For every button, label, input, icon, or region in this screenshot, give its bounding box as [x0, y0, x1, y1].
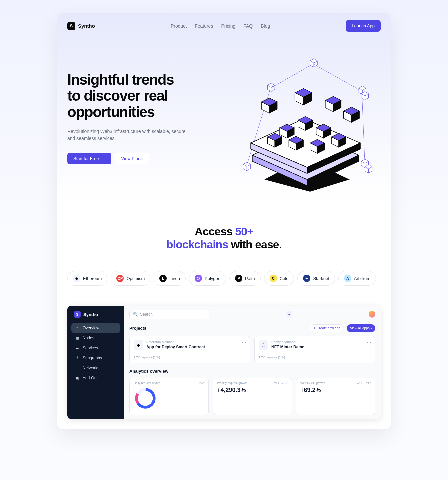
- analytics-period: 7/11 - 7/17: [273, 381, 288, 385]
- projects-title: Projects: [129, 326, 146, 331]
- analytics-label: Daily request health: [134, 381, 160, 385]
- view-plans-button[interactable]: View Plans: [115, 153, 149, 164]
- project-card[interactable]: ⋯ ◆ Ethereum Mainnet App for Deploy Smar…: [129, 336, 250, 363]
- analytics-value: +4,290.3%: [217, 387, 288, 394]
- analytics-value: +69.2%: [300, 387, 371, 394]
- analytics-period: 7/11 - 7/17: [357, 381, 371, 385]
- project-menu-icon[interactable]: ⋯: [242, 340, 247, 345]
- nodes-icon: ▦: [75, 336, 79, 340]
- hero-illustration: [227, 52, 381, 192]
- access-accent-word: blockchains: [166, 238, 228, 251]
- blockchain-chip[interactable]: AArbitrum: [338, 271, 376, 286]
- addons-icon: ▣: [75, 376, 79, 380]
- access-title: Access 50+ blockchains with ease.: [67, 225, 381, 251]
- search-icon: 🔍: [133, 312, 138, 317]
- view-all-label: View all apps: [350, 326, 370, 330]
- project-card[interactable]: ⋯ ⬡ Polygon Mumbai NFT Minter Demo 1.7K …: [254, 336, 375, 363]
- user-avatar[interactable]: [369, 311, 375, 318]
- hero-title-line: Insightful trends: [67, 71, 174, 88]
- sidebar-item-overview[interactable]: ⌂ Overview: [71, 323, 120, 333]
- blockchain-chip[interactable]: LLinea: [154, 271, 186, 286]
- blockchain-chip[interactable]: PPalm: [229, 271, 261, 286]
- dashboard-logo-icon: S: [74, 311, 81, 318]
- svg-line-0: [271, 64, 313, 88]
- polygon-icon: ⬡: [259, 340, 268, 350]
- blockchain-chip[interactable]: CCelo: [264, 271, 294, 286]
- dashboard-main: 🔍 Search ✦ Projects + Create new app: [124, 306, 381, 419]
- ethereum-icon: ◆: [134, 340, 143, 350]
- chain-icon: A: [344, 275, 351, 282]
- create-app-button[interactable]: + Create new app: [310, 324, 344, 332]
- dashboard-preview: S Syntho ⌂ Overview ▦ Nodes ☁ Services ⚘: [67, 306, 381, 419]
- dashboard-logo-text: Syntho: [83, 312, 98, 317]
- blockchain-chip[interactable]: ⬡Polygon: [189, 271, 226, 286]
- networks-icon: ⊕: [75, 366, 79, 370]
- sidebar-item-label: Overview: [83, 326, 99, 330]
- analytics-card-cu-growth: Weekly CU growth 7/11 - 7/17 +69.2%: [296, 378, 375, 415]
- view-all-apps-button[interactable]: View all apps ›: [347, 324, 375, 332]
- primary-nav: Product Features Pricing FAQ Blog: [171, 23, 270, 29]
- search-input[interactable]: 🔍 Search: [129, 310, 209, 319]
- chain-icon: ⬡: [195, 275, 202, 282]
- sidebar-item-label: Add-Ons: [83, 376, 98, 380]
- blockchain-chip[interactable]: OPOptimism: [111, 271, 150, 286]
- sidebar-item-networks[interactable]: ⊕ Networks: [71, 363, 120, 373]
- access-post: with ease.: [228, 238, 282, 251]
- analytics-title: Analytics overview: [129, 369, 375, 374]
- nav-features[interactable]: Features: [195, 23, 213, 29]
- start-free-label: Start for Free: [73, 156, 99, 161]
- analytics-card-request-growth: Weekly request growth 7/11 - 7/17 +4,290…: [213, 378, 292, 415]
- plus-icon: +: [313, 326, 315, 330]
- create-app-label: Create new app: [317, 326, 340, 330]
- nav-product[interactable]: Product: [171, 23, 187, 29]
- chain-icon: P: [235, 275, 242, 282]
- subgraphs-icon: ⚘: [75, 356, 79, 360]
- chain-icon: L: [159, 275, 167, 282]
- chain-label: Optimism: [126, 276, 145, 281]
- blockchain-chip[interactable]: ◆Ethereum: [67, 271, 107, 286]
- dashboard-sidebar: S Syntho ⌂ Overview ▦ Nodes ☁ Services ⚘: [67, 306, 124, 419]
- sidebar-item-label: Subgraphs: [83, 356, 102, 360]
- hero-title-line: to discover real: [67, 87, 168, 104]
- chain-icon: C: [270, 275, 277, 282]
- chain-icon: ✦: [303, 275, 310, 282]
- arrow-right-icon: →: [101, 156, 105, 161]
- chevron-right-icon: ›: [371, 326, 372, 330]
- sidebar-item-subgraphs[interactable]: ⚘ Subgraphs: [71, 353, 120, 363]
- nav-faq[interactable]: FAQ: [243, 23, 253, 29]
- access-section: Access 50+ blockchains with ease.: [57, 218, 391, 264]
- chain-label: Starknet: [313, 276, 329, 281]
- brand-logo-icon: S: [67, 22, 75, 30]
- chain-icon: OP: [116, 275, 124, 282]
- nav-pricing[interactable]: Pricing: [221, 23, 235, 29]
- services-icon: ☁: [75, 346, 79, 350]
- project-network: Ethereum Mainnet: [146, 340, 205, 344]
- notifications-icon[interactable]: ✦: [286, 311, 292, 318]
- dashboard-logo: S Syntho: [71, 310, 120, 323]
- hero-section: Insightful trends to discover real oppor…: [57, 38, 391, 218]
- chain-label: Celo: [280, 276, 289, 281]
- hero-subtitle: Revolutionizing Web3 infrastructure with…: [67, 128, 187, 142]
- start-free-button[interactable]: Start for Free →: [67, 153, 111, 164]
- sidebar-item-nodes[interactable]: ▦ Nodes: [71, 333, 120, 343]
- sidebar-item-addons[interactable]: ▣ Add-Ons: [71, 373, 120, 383]
- sidebar-item-label: Nodes: [83, 336, 94, 340]
- sidebar-item-label: Services: [83, 346, 98, 350]
- nav-blog[interactable]: Blog: [261, 23, 270, 29]
- sidebar-item-services[interactable]: ☁ Services: [71, 343, 120, 353]
- project-name: NFT Minter Demo: [271, 345, 304, 349]
- analytics-card-health: Daily request health 24h: [129, 378, 209, 415]
- svg-line-2: [362, 91, 365, 164]
- brand-logo-text: Syntho: [78, 23, 95, 29]
- project-name: App for Deploy Smart Contract: [146, 345, 205, 349]
- access-accent-count: 50+: [235, 225, 253, 238]
- chain-icon: ◆: [73, 275, 80, 282]
- access-pre: Access: [195, 225, 235, 238]
- launch-app-button[interactable]: Launch App: [346, 20, 381, 32]
- blockchain-chip[interactable]: ✦Starknet: [297, 271, 335, 286]
- brand-logo: S Syntho: [67, 22, 95, 30]
- project-menu-icon[interactable]: ⋯: [367, 340, 372, 345]
- chain-label: Linea: [169, 276, 180, 281]
- analytics-period: 24h: [199, 381, 204, 385]
- project-network: Polygon Mumbai: [271, 340, 304, 344]
